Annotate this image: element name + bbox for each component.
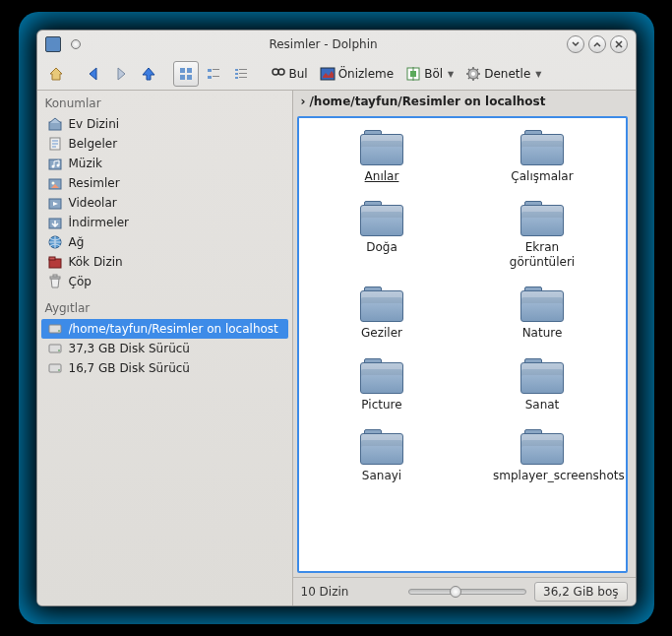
svg-rect-3 (187, 75, 192, 80)
sidebar-item-label: 37,3 GB Disk Sürücü (69, 342, 190, 355)
sidebar-device-2[interactable]: 16,7 GB Disk Sürücü (37, 358, 292, 378)
folder-icon (360, 286, 403, 322)
sidebar-item-label: Resimler (69, 176, 120, 190)
folder-item[interactable]: smplayer_screenshots (467, 429, 618, 482)
preview-label: Önizleme (338, 67, 394, 81)
folder-label: Çalışmalar (511, 169, 573, 183)
folder-item[interactable]: Geziler (307, 286, 458, 340)
folder-icon (520, 429, 564, 465)
split-label: Böl (424, 67, 443, 81)
folder-item[interactable]: Nature (467, 286, 618, 340)
svg-point-40 (58, 369, 60, 371)
folder-label: smplayer_screenshots (493, 469, 591, 482)
titlebar: Resimler - Dolphin (37, 31, 636, 58)
folder-root-icon (47, 254, 63, 270)
svg-rect-32 (49, 257, 55, 260)
minimize-button[interactable] (567, 35, 584, 53)
drive-icon (47, 360, 63, 376)
folder-item[interactable]: Sanat (467, 358, 618, 412)
close-button[interactable] (610, 35, 628, 53)
folder-item[interactable]: Ekran görüntüleri (467, 201, 618, 269)
folder-item[interactable]: Çalışmalar (467, 130, 618, 183)
sidebar-place-0[interactable]: Ev Dizini (37, 114, 292, 134)
folder-icon (520, 130, 564, 165)
devices-header: Aygıtlar (37, 297, 292, 319)
chevron-right-icon: › (301, 95, 306, 108)
statusbar: 10 Dizin 36,2 GiB boş (293, 577, 636, 605)
window-title: Resimler - Dolphin (269, 37, 377, 51)
svg-rect-4 (208, 69, 212, 72)
maximize-button[interactable] (588, 35, 606, 53)
sidebar-place-7[interactable]: Kök Dizin (37, 252, 292, 272)
folder-label: Sanayi (362, 469, 401, 482)
back-button[interactable] (81, 61, 106, 87)
svg-point-38 (58, 350, 60, 351)
svg-rect-1 (187, 68, 192, 73)
folder-label: Picture (361, 398, 401, 412)
folder-downloads-icon (47, 215, 63, 230)
sidebar-place-6[interactable]: Ağ (37, 232, 292, 252)
details-view-button[interactable] (228, 61, 254, 87)
sidebar-item-label: Müzik (69, 157, 103, 170)
preview-button[interactable]: Önizleme (315, 61, 398, 87)
svg-point-36 (58, 330, 60, 332)
sidebar-place-1[interactable]: Belgeler (37, 134, 292, 154)
svg-rect-6 (208, 76, 212, 79)
up-button[interactable] (136, 61, 161, 87)
folder-icon (520, 286, 564, 322)
forward-button[interactable] (108, 61, 134, 87)
sidebar-place-3[interactable]: Resimler (37, 173, 292, 193)
sidebar-place-4[interactable]: Videolar (37, 193, 292, 213)
sidebar-item-label: İndirmeler (69, 216, 130, 229)
breadcrumb[interactable]: › /home/tayfun/Resimler on localhost (293, 91, 636, 112)
sidebar-place-8[interactable]: Çöp (37, 272, 292, 291)
sidebar-place-2[interactable]: Müzik (37, 154, 292, 173)
folder-icon (360, 429, 403, 465)
folder-item[interactable]: Doğa (307, 201, 458, 269)
sidebar-place-5[interactable]: İndirmeler (37, 213, 292, 232)
zoom-slider[interactable] (408, 589, 526, 595)
folder-icon (360, 130, 403, 165)
sidebar-device-1[interactable]: 37,3 GB Disk Sürücü (37, 339, 292, 358)
svg-rect-2 (180, 75, 185, 80)
free-space: 36,2 GiB boş (534, 582, 627, 602)
control-button[interactable]: Denetle▼ (460, 61, 546, 87)
sidebar-item-label: Çöp (69, 275, 92, 288)
sidebar-item-label: Belgeler (69, 137, 118, 151)
svg-rect-10 (235, 73, 238, 75)
folder-icon (360, 201, 403, 236)
compact-view-button[interactable] (201, 61, 226, 87)
sidebar: Konumlar Ev DiziniBelgelerMüzikResimlerV… (37, 91, 293, 605)
folder-icon (520, 358, 564, 394)
sidebar-item-label: Kök Dizin (69, 255, 123, 269)
sidebar-item-label: Videolar (69, 196, 117, 210)
folder-item[interactable]: Anılar (307, 130, 458, 183)
globe-icon (47, 234, 63, 250)
sidebar-item-label: /home/tayfun/Resimler on localhost (69, 322, 278, 336)
chevron-down-icon: ▼ (448, 70, 454, 79)
slider-thumb[interactable] (450, 586, 461, 598)
chevron-down-icon: ▼ (535, 70, 541, 79)
folder-documents-icon (47, 136, 63, 152)
find-label: Bul (289, 67, 308, 81)
places-header: Konumlar (37, 93, 292, 114)
home-button[interactable] (43, 61, 69, 87)
icons-view-button[interactable] (173, 61, 199, 87)
dolphin-window: Resimler - Dolphin Bul Önizleme Böl▼ Den… (36, 30, 637, 606)
window-menu-icon[interactable] (71, 39, 81, 49)
breadcrumb-path: /home/tayfun/Resimler on localhost (309, 95, 545, 108)
file-area[interactable]: AnılarÇalışmalarDoğaEkran görüntüleriGez… (297, 116, 628, 573)
find-button[interactable]: Bul (266, 61, 313, 87)
sidebar-device-0[interactable]: /home/tayfun/Resimler on localhost (41, 319, 288, 339)
svg-rect-12 (235, 77, 238, 79)
drive-icon (47, 321, 63, 337)
folder-item[interactable]: Sanayi (307, 429, 458, 482)
control-label: Denetle (484, 67, 530, 81)
split-button[interactable]: Böl▼ (400, 61, 458, 87)
svg-point-20 (471, 72, 475, 76)
folder-label: Nature (522, 326, 563, 340)
folder-item[interactable]: Picture (307, 358, 458, 412)
svg-point-27 (51, 182, 54, 185)
svg-rect-11 (239, 73, 247, 74)
main-view: › /home/tayfun/Resimler on localhost Anı… (293, 91, 636, 605)
